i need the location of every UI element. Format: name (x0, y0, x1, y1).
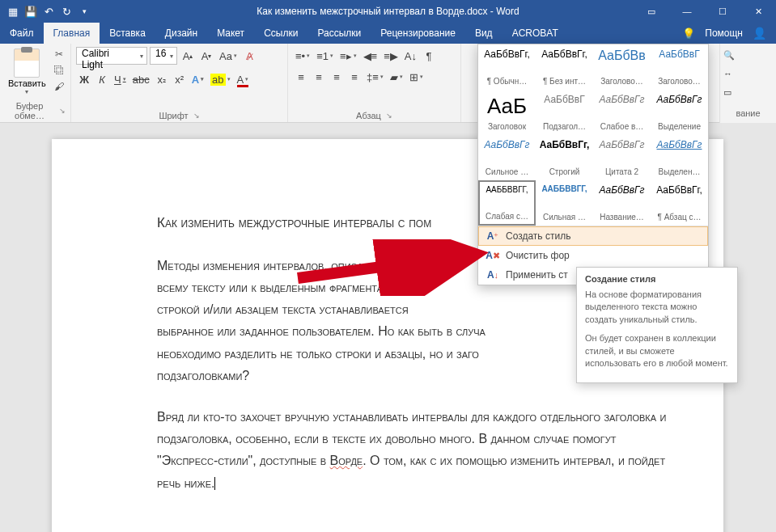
app-menu-icon[interactable]: ▦ (5, 3, 21, 19)
borders-button[interactable]: ⊞▾ (407, 68, 426, 86)
qat-customize-icon[interactable]: ▾ (76, 3, 92, 19)
menu-mailings[interactable]: Рассылки (307, 23, 371, 44)
help-label[interactable]: Помощн (705, 27, 743, 39)
strikethrough-button[interactable]: abc (130, 70, 152, 88)
styles-gallery-dropdown: АаБбВвГг,¶ Обычн…АаБбВвГг,¶ Без инт…АаБб… (477, 44, 709, 285)
ribbon-display-icon[interactable]: ▭ (634, 0, 669, 23)
menu-layout[interactable]: Макет (207, 23, 254, 44)
font-dialog-launcher[interactable]: ↘ (193, 112, 200, 120)
change-case-button[interactable]: Aa▾ (217, 47, 240, 65)
find-button[interactable]: 🔍 (723, 47, 773, 63)
style-cell[interactable]: АаБбВвГг,¶ Без инт… (536, 44, 593, 90)
cut-icon[interactable]: ✂ (52, 47, 66, 61)
menu-bar: Файл Главная Вставка Дизайн Макет Ссылки… (0, 23, 776, 44)
title-bar: ▦ 💾 ↶ ↻ ▾ Как изменить межстрочный интер… (0, 0, 776, 23)
doc-paragraph: Вряд ли кто-то захочет вручную устанавли… (157, 406, 667, 494)
shading-button[interactable]: ▰▾ (388, 68, 405, 86)
style-cell[interactable]: АаБбВвГгВыделен… (651, 135, 708, 180)
share-icon[interactable]: 👤 (753, 27, 766, 40)
superscript-button[interactable]: x² (172, 70, 188, 88)
style-cell[interactable]: АаБбВвГгНазвание… (593, 180, 651, 226)
sort-button[interactable]: A↓ (402, 47, 419, 65)
create-style-icon: A⁺ (486, 230, 499, 242)
subscript-button[interactable]: x₂ (154, 70, 170, 88)
highlight-button[interactable]: ab▾ (208, 70, 232, 88)
lightbulb-icon: 💡 (682, 27, 695, 40)
clear-formatting-button[interactable]: A̷ (242, 47, 258, 65)
menu-references[interactable]: Ссылки (254, 23, 307, 44)
style-cell[interactable]: АаБбВвГг,¶ Абзац с… (651, 180, 708, 226)
text-effects-button[interactable]: A▾ (189, 70, 206, 88)
menu-review[interactable]: Рецензирование (371, 23, 465, 44)
clear-formatting-item[interactable]: A✖ Очистить фор (478, 246, 708, 265)
font-color-button[interactable]: A▾ (235, 70, 252, 88)
format-painter-icon[interactable]: 🖌 (52, 79, 66, 94)
replace-button[interactable]: ↔ (723, 65, 773, 82)
apply-styles-icon: A↓ (486, 269, 499, 281)
italic-button[interactable]: К (94, 70, 110, 88)
redo-icon[interactable]: ↻ (58, 3, 74, 19)
increase-indent-button[interactable]: ≡▶ (381, 47, 401, 65)
ribbon-group-editing: 🔍 ↔ ▭ вание (719, 44, 776, 123)
menu-design[interactable]: Дизайн (155, 23, 207, 44)
style-cell[interactable]: АаБбВвГЗаголово… (651, 44, 708, 90)
copy-icon[interactable]: ⿻ (52, 63, 66, 78)
align-left-button[interactable]: ≡ (293, 68, 309, 86)
style-cell[interactable]: АаБбВвГг,¶ Обычн… (478, 44, 536, 90)
ribbon-group-clipboard: Вставить ▾ ✂ ⿻ 🖌 Буфер обме…↘ (0, 44, 71, 122)
style-cell[interactable]: АаБбВвЗаголово… (593, 44, 651, 90)
align-center-button[interactable]: ≡ (311, 68, 327, 86)
align-right-button[interactable]: ≡ (329, 68, 345, 86)
multilevel-button[interactable]: ≡▸▾ (337, 47, 359, 65)
line-spacing-button[interactable]: ‡≡▾ (364, 68, 386, 86)
style-cell[interactable]: АаБбВвГгСлабое в… (593, 90, 651, 135)
decrease-indent-button[interactable]: ◀≡ (361, 47, 380, 65)
maximize-button[interactable]: ☐ (705, 0, 740, 23)
clear-format-icon: A✖ (486, 250, 499, 261)
paste-button[interactable]: Вставить ▾ (5, 47, 49, 97)
shrink-font-button[interactable]: A▾ (198, 47, 214, 65)
style-cell[interactable]: АаБбВвГгСильное … (478, 135, 536, 180)
style-cell[interactable]: ААББВВГГ,Сильная … (536, 180, 593, 226)
font-size-select[interactable]: 16▾ (150, 47, 177, 65)
tooltip-text: На основе форматирования выделенного тек… (585, 289, 729, 326)
underline-button[interactable]: Ч▾ (112, 70, 129, 88)
ribbon-group-paragraph: ≡•▾ ≡1▾ ≡▸▾ ◀≡ ≡▶ A↓ ¶ ≡ ≡ ≡ ≡ ‡≡▾ ▰▾ ⊞▾… (288, 44, 461, 122)
tooltip-text: Он будет сохранен в коллекции стилей, и … (585, 332, 729, 369)
create-style-tooltip: Создание стиля На основе форматирования … (576, 267, 738, 383)
create-style-item[interactable]: A⁺ Создать стиль (478, 226, 708, 246)
tooltip-title: Создание стиля (585, 274, 729, 284)
style-cell[interactable]: АаБбВвГг,Строгий (536, 135, 593, 180)
justify-button[interactable]: ≡ (346, 68, 363, 86)
menu-view[interactable]: Вид (465, 23, 502, 44)
menu-home[interactable]: Главная (44, 23, 100, 44)
numbering-button[interactable]: ≡1▾ (314, 47, 336, 65)
style-cell[interactable]: АаБбВвГгЦитата 2 (593, 135, 651, 180)
undo-icon[interactable]: ↶ (40, 3, 57, 19)
style-cell[interactable]: АаБЗаголовок (478, 90, 536, 135)
style-cell[interactable]: АаБбВвГгВыделение (651, 90, 708, 135)
menu-acrobat[interactable]: ACROBAT (502, 23, 568, 44)
save-icon[interactable]: 💾 (23, 3, 39, 19)
bullets-button[interactable]: ≡•▾ (293, 47, 312, 65)
show-marks-button[interactable]: ¶ (421, 47, 437, 65)
bold-button[interactable]: Ж (76, 70, 92, 88)
grow-font-button[interactable]: A▴ (180, 47, 196, 65)
select-button[interactable]: ▭ (723, 84, 773, 100)
ribbon-group-font: Calibri Light▾ 16▾ A▴ A▾ Aa▾ A̷ Ж К Ч▾ a… (71, 44, 288, 122)
font-name-select[interactable]: Calibri Light▾ (76, 47, 147, 65)
close-button[interactable]: ✕ (740, 0, 776, 23)
document-title: Как изменить межстрочный интервал в Ворд… (257, 6, 519, 17)
clipboard-icon (14, 49, 40, 78)
text-cursor (214, 477, 215, 490)
clipboard-dialog-launcher[interactable]: ↘ (59, 107, 66, 115)
style-cell[interactable]: ААББВВГГ,Слабая с… (478, 180, 536, 226)
minimize-button[interactable]: — (669, 0, 705, 23)
menu-file[interactable]: Файл (0, 23, 44, 44)
paragraph-dialog-launcher[interactable]: ↘ (386, 112, 392, 120)
style-cell[interactable]: АаБбВвГПодзагол… (536, 90, 593, 135)
menu-insert[interactable]: Вставка (100, 23, 155, 44)
